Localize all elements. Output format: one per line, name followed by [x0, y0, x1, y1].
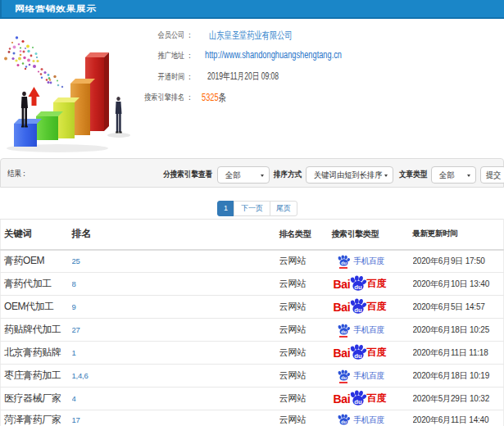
svg-text:du: du	[355, 283, 363, 290]
svg-text:du: du	[341, 375, 347, 380]
svg-text:du: du	[341, 329, 347, 334]
svg-text:du: du	[355, 397, 363, 405]
svg-text:du: du	[355, 351, 363, 359]
svg-text:du: du	[341, 419, 347, 424]
svg-text:du: du	[355, 306, 363, 313]
svg-text:du: du	[341, 261, 347, 265]
